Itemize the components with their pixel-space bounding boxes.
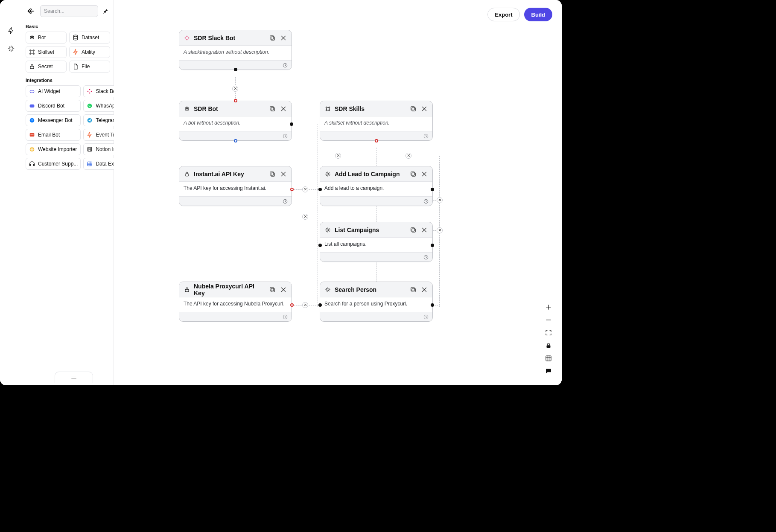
svg-rect-29 [270, 35, 274, 39]
palette-item-secret[interactable]: Secret [26, 61, 67, 73]
svg-rect-26 [188, 37, 190, 38]
duplicate-icon[interactable] [268, 170, 276, 178]
edge-delete[interactable] [232, 86, 238, 92]
duplicate-icon[interactable] [409, 226, 417, 234]
back-button[interactable] [25, 5, 37, 17]
close-icon[interactable] [420, 170, 428, 178]
rail-bolt-icon[interactable] [4, 24, 18, 38]
build-button[interactable]: Build [524, 8, 553, 21]
support-icon [29, 160, 35, 167]
duplicate-icon[interactable] [268, 105, 276, 113]
node-sdr-slack-bot[interactable]: SDR Slack Bot A slackIntegration without… [179, 30, 292, 70]
rail-sparkle-icon[interactable] [4, 42, 18, 55]
messenger-icon [29, 117, 35, 124]
palette-item-website-importer[interactable]: Website Importer [26, 143, 81, 155]
zoom-in-icon[interactable] [545, 303, 552, 311]
svg-rect-46 [270, 172, 274, 175]
palette-item-file[interactable]: File [69, 61, 110, 73]
palette-item-email-bot[interactable]: Email Bot [26, 129, 81, 141]
svg-rect-41 [412, 108, 415, 111]
palette-item-label: Discord Bot [38, 103, 64, 109]
node-desc: A bot without description. [179, 116, 292, 131]
node-desc: Search for a person using Proxycurl. [320, 297, 432, 312]
node-title: Instant.ai API Key [194, 171, 265, 177]
pin-icon[interactable] [102, 7, 109, 15]
svg-point-3 [73, 35, 77, 37]
node-search-person[interactable]: Search Person Search for a person using … [320, 282, 433, 322]
palette-item-bot[interactable]: Bot [26, 32, 67, 44]
duplicate-icon[interactable] [409, 170, 417, 178]
skillset-icon [324, 105, 331, 112]
grid-icon[interactable] [545, 355, 552, 362]
left-rail [0, 0, 22, 385]
close-icon[interactable] [420, 105, 428, 113]
close-icon[interactable] [280, 170, 287, 178]
svg-rect-22 [33, 164, 35, 166]
node-list-campaigns[interactable]: List Campaigns List all campaigns. [320, 222, 433, 262]
palette-item-messenger-bot[interactable]: Messenger Bot [26, 114, 81, 126]
palette-item-label: Bot [38, 35, 46, 41]
chat-icon[interactable] [545, 367, 552, 375]
palette-item-dataset[interactable]: Dataset [69, 32, 110, 44]
node-add-lead[interactable]: Add Lead to Campaign Add a lead to a cam… [320, 166, 433, 206]
widget-icon [29, 88, 35, 95]
palette-item-discord-bot[interactable]: Discord Bot [26, 100, 81, 112]
canvas[interactable]: Export Build [114, 0, 562, 385]
close-icon[interactable] [420, 286, 428, 294]
duplicate-icon[interactable] [409, 105, 417, 113]
duplicate-icon[interactable] [268, 286, 276, 294]
svg-rect-52 [411, 227, 414, 231]
slack-icon [86, 88, 93, 95]
edge-delete[interactable] [302, 186, 308, 192]
svg-rect-8 [30, 66, 34, 68]
edge-delete[interactable] [406, 153, 411, 159]
close-icon[interactable] [280, 105, 287, 113]
edge-delete[interactable] [437, 197, 443, 203]
sparkle-icon [324, 286, 331, 293]
telegram-icon [86, 117, 93, 124]
svg-point-32 [186, 108, 187, 109]
zoom-out-icon[interactable] [545, 316, 552, 324]
palette-item-ai-widget[interactable]: AI Widget [26, 85, 81, 97]
node-nubela-key[interactable]: Nubela Proxycurl API Key The API key for… [179, 282, 292, 322]
close-icon[interactable] [280, 286, 287, 294]
panel-handle[interactable] [55, 372, 93, 383]
palette-item-customer-supp-[interactable]: Customer Supp... [26, 158, 81, 170]
svg-rect-35 [270, 106, 274, 110]
edge-delete[interactable] [335, 153, 341, 159]
close-icon[interactable] [280, 34, 287, 42]
svg-rect-9 [30, 90, 34, 93]
palette-item-label: Ability [82, 49, 95, 55]
palette-item-skillset[interactable]: Skillset [26, 46, 67, 58]
svg-point-15 [88, 104, 92, 108]
globe-icon [29, 146, 35, 153]
svg-rect-25 [187, 35, 188, 37]
edge-delete[interactable] [302, 214, 308, 220]
svg-rect-11 [89, 89, 90, 90]
clock-icon [423, 133, 429, 139]
node-desc: Add a lead to a campaign. [320, 182, 432, 196]
bolt-icon [86, 131, 93, 138]
node-sdr-bot[interactable]: SDR Bot A bot without description. [179, 101, 292, 141]
close-icon[interactable] [420, 226, 428, 234]
search-input[interactable] [40, 5, 98, 17]
svg-rect-55 [271, 288, 274, 292]
svg-rect-54 [185, 289, 189, 291]
fit-icon[interactable] [545, 329, 552, 337]
lock-tool-icon[interactable] [545, 342, 552, 349]
clock-icon [423, 254, 429, 260]
svg-rect-56 [270, 287, 274, 291]
node-desc: The API key for accessing Instant.ai. [179, 182, 292, 196]
edge-delete[interactable] [302, 302, 308, 308]
palette-item-ability[interactable]: Ability [69, 46, 110, 58]
duplicate-icon[interactable] [268, 34, 276, 42]
svg-rect-24 [185, 37, 186, 38]
export-button[interactable]: Export [487, 8, 519, 21]
node-sdr-skills[interactable]: SDR Skills A skillset without descriptio… [320, 101, 433, 141]
edge-delete[interactable] [437, 227, 443, 233]
node-instant-api-key[interactable]: Instant.ai API Key The API key for acces… [179, 166, 292, 206]
duplicate-icon[interactable] [409, 286, 417, 294]
graph-icon [29, 49, 35, 55]
svg-rect-34 [271, 108, 274, 111]
clock-icon [282, 314, 288, 320]
